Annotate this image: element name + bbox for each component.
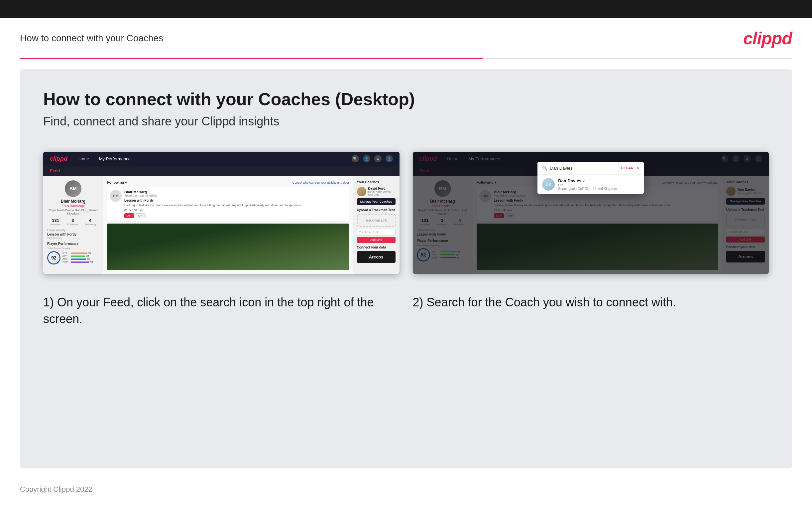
nav-my-performance[interactable]: My Performance xyxy=(99,156,131,161)
coach-post-name: Blair McHarg xyxy=(124,190,302,194)
header: How to connect with your Coaches clippd xyxy=(0,18,812,58)
user-icon[interactable]: 👤 xyxy=(363,155,370,162)
following-row: Following ▾ Control who can see your act… xyxy=(107,180,349,185)
btn-off[interactable]: OTT xyxy=(124,213,134,218)
manage-coaches-btn[interactable]: Manage Your Coaches xyxy=(357,198,395,205)
add-link-btn[interactable]: Add Link xyxy=(357,237,395,243)
coach-avatar: BM xyxy=(110,190,122,202)
bar-putt: PUTT 96 xyxy=(62,261,99,263)
bar-app-fill xyxy=(71,255,85,257)
screenshot-2: clippd Home My Performance 🔍 👤 ⚙ 👤 Feed xyxy=(413,152,769,274)
result-role: Pro xyxy=(558,183,617,187)
page-title: How to connect with your Coaches xyxy=(20,33,163,44)
step-1-text: 1) On your Feed, click on the search ico… xyxy=(43,294,399,328)
coach-card-name: David Ford xyxy=(368,186,395,190)
step-1-panel: 1) On your Feed, click on the search ico… xyxy=(43,294,399,328)
avatar-icon[interactable]: 👤 xyxy=(386,155,393,162)
settings-icon[interactable]: ⚙ xyxy=(374,155,382,162)
your-coaches-title: Your Coaches xyxy=(357,180,395,184)
stat-activities-label: Activities xyxy=(50,223,61,226)
bar-app: APP 85 xyxy=(62,255,99,257)
result-avatar: DD xyxy=(542,178,555,190)
stat-following-label: Following xyxy=(85,223,96,226)
search-close-btn[interactable]: × xyxy=(636,165,639,171)
verify-icon: ✓ xyxy=(583,179,585,183)
bar-arg-fill xyxy=(71,258,86,260)
app-left-panel: BM Blair McHarg Plus Handicap Royal Nort… xyxy=(43,176,103,274)
top-bar xyxy=(0,0,812,18)
search-box: 🔍 Dan Davies CLEAR × DD Dan Davies ✓ Pro… xyxy=(537,162,644,194)
nav-home[interactable]: Home xyxy=(78,156,89,161)
quality-bars: OTT 90 APP 85 ARG xyxy=(62,252,99,264)
main-heading: How to connect with your Coaches (Deskto… xyxy=(43,89,769,109)
bar-putt-fill xyxy=(71,261,89,263)
trackman-placeholder: Trackman Link xyxy=(357,214,395,227)
result-club: Sunningdale Golf Club, United Kingdom xyxy=(558,187,617,190)
app-body-1: BM Blair McHarg Plus Handicap Royal Nort… xyxy=(43,176,399,274)
search-clear-btn[interactable]: CLEAR xyxy=(621,166,633,170)
quality-row: 92 OTT 90 APP 85 xyxy=(47,251,99,264)
quality-score: 92 xyxy=(47,251,60,264)
lesson-duration: 01 hr : 30 min xyxy=(124,209,302,212)
step-1-number: 1) xyxy=(43,295,54,309)
search-input-value[interactable]: Dan Davies xyxy=(550,166,618,171)
following-button[interactable]: Following ▾ xyxy=(107,180,127,185)
stat-following-num: 4 xyxy=(85,218,96,223)
feed-tab[interactable]: Feed xyxy=(43,166,399,176)
steps-row: 1) On your Feed, click on the search ico… xyxy=(43,294,769,328)
app-logo-1: clippd xyxy=(50,155,67,162)
clippd-logo: clippd xyxy=(743,28,792,48)
btn-app[interactable]: APP xyxy=(136,213,146,218)
search-icon[interactable]: 🔍 xyxy=(352,155,359,162)
stat-activities: 131 Activities xyxy=(50,218,61,226)
total-quality-label: Total Player Quality xyxy=(47,247,99,250)
bar-ott-fill xyxy=(71,253,87,254)
search-header: 🔍 Dan Davies CLEAR × xyxy=(537,162,644,175)
coach-post-sub: Yesterday · Sunningdale xyxy=(124,194,302,197)
search-result[interactable]: DD Dan Davies ✓ Pro Sunningdale Golf Clu… xyxy=(537,175,644,194)
trackman-input[interactable]: Trackman Link xyxy=(357,229,395,236)
coach-post: BM Blair McHarg Yesterday · Sunningdale … xyxy=(107,187,349,221)
stat-followers-num: 3 xyxy=(67,218,79,223)
profile-club: Royal North Devon Golf Club, United King… xyxy=(47,209,99,215)
bar-ott-label: OTT xyxy=(62,252,70,254)
screenshot-1: clippd Home My Performance 🔍 👤 ⚙ 👤 Feed xyxy=(43,152,399,274)
search-glass-icon: 🔍 xyxy=(542,166,547,171)
result-info: Dan Davies ✓ Pro Sunningdale Golf Club, … xyxy=(558,178,617,190)
bar-ott: OTT 90 xyxy=(62,252,99,254)
lesson-title: Lesson with Fordy xyxy=(124,199,302,202)
step-1-body: On your Feed, click on the search icon i… xyxy=(43,295,374,326)
app-right-panel: Your Coaches David Ford Royal North Devo… xyxy=(353,176,399,274)
step-2-body: Search for the Coach you wish to connect… xyxy=(427,295,676,309)
arccos-brand: Arccos xyxy=(357,251,395,263)
lesson-body: Looking to feel like my hands are exitin… xyxy=(124,203,302,208)
app-ui-1: clippd Home My Performance 🔍 👤 ⚙ 👤 Feed xyxy=(43,152,399,274)
step-2-panel: 2) Search for the Coach you wish to conn… xyxy=(413,294,769,328)
copyright-text: Copyright Clippd 2022 xyxy=(20,485,92,493)
coach-card-info: David Ford Royal North Devon Golf Club xyxy=(368,186,395,196)
stat-followers: 3 Followers xyxy=(67,218,79,226)
bar-arg: ARG 86 xyxy=(62,258,99,260)
player-perf-title: Player Performance xyxy=(47,242,99,246)
activity-name: Lesson with Fordy xyxy=(47,232,99,236)
bar-arg-val: 86 xyxy=(87,258,90,260)
control-link[interactable]: Control who can see your activity and da… xyxy=(292,181,349,184)
app-nav-1: clippd Home My Performance 🔍 👤 ⚙ 👤 xyxy=(43,152,399,166)
coach-card-club: Royal North Devon Golf Club xyxy=(368,190,395,196)
stat-followers-label: Followers xyxy=(67,223,79,226)
bar-ott-val: 90 xyxy=(88,252,91,254)
profile-avatar: BM xyxy=(65,180,82,197)
footer: Copyright Clippd 2022 xyxy=(0,478,812,500)
step-2-number: 2) xyxy=(413,295,423,309)
upload-title: Upload a Trackman Test xyxy=(357,208,395,212)
coach-card-avatar xyxy=(357,187,366,196)
activity-date: 03 Aug 2022 xyxy=(47,236,99,239)
coach-card: David Ford Royal North Devon Golf Club xyxy=(357,186,395,196)
feed-tab-label: Feed xyxy=(50,168,60,173)
nav-icons: 🔍 👤 ⚙ 👤 xyxy=(352,155,393,162)
lesson-buttons: OTT APP xyxy=(124,213,302,218)
connect-title: Connect your data xyxy=(357,246,395,249)
bar-arg-label: ARG xyxy=(62,258,70,260)
main-content: How to connect with your Coaches (Deskto… xyxy=(20,69,792,468)
stat-following: 4 Following xyxy=(85,218,96,226)
